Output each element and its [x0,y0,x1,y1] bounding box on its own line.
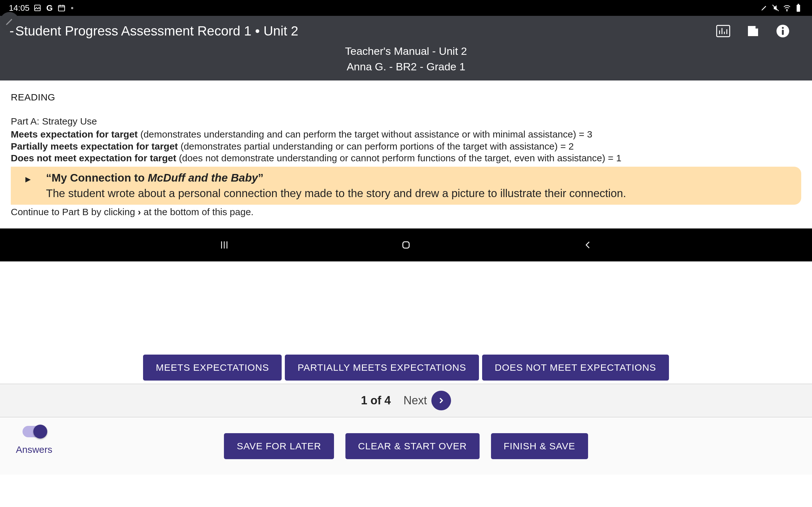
pen-status-icon [760,4,768,12]
continue-post: at the bottom of this page. [141,207,253,217]
rubric-partial: Partially meets expectation for target (… [11,140,801,153]
meets-expectations-button[interactable]: MEETS EXPECTATIONS [143,354,282,381]
page-count: 1 of 4 [361,394,391,407]
toggle-knob-icon [33,425,47,439]
status-dot: • [71,3,73,13]
prompt-text: “My Connection to McDuff and the Baby” T… [46,170,626,201]
partially-meets-expectations-button[interactable]: PARTIALLY MEETS EXPECTATIONS [285,354,478,381]
svg-rect-17 [403,242,409,248]
svg-line-2 [772,5,779,11]
prompt-lead: “My Connection to [46,171,148,184]
chevron-right-icon: › [138,207,141,217]
svg-rect-6 [716,25,729,37]
rubric-not: Does not meet expectation for target (do… [11,152,801,164]
svg-rect-1 [58,5,65,11]
chart-icon[interactable] [716,24,730,38]
does-not-meet-expectations-button[interactable]: DOES NOT MEET EXPECTATIONS [482,354,669,381]
status-time: 14:05 [9,3,30,13]
continue-line: Continue to Part B by clicking › at the … [11,206,801,218]
section-label: READING [11,91,801,103]
title-text: Student Progress Assessment Record 1 • U… [15,23,298,39]
next-page-button[interactable]: Next [403,391,451,410]
vibrate-mute-icon [771,4,780,12]
header-subtitle: Teacher's Manual - Unit 2 [0,42,812,57]
svg-point-12 [782,27,784,29]
system-nav-bar [0,228,812,262]
edit-pencil-overlay[interactable] [0,12,19,31]
rubric-meets-desc: (demonstrates understanding and can perf… [138,129,592,139]
back-button[interactable] [578,235,597,255]
prompt-italic: McDuff and the Baby [148,171,258,184]
google-icon: G [45,4,54,12]
svg-point-3 [786,10,787,11]
app-header: - Student Progress Assessment Record 1 •… [0,16,812,80]
expectation-button-row: MEETS EXPECTATIONS PARTIALLY MEETS EXPEC… [0,354,812,381]
wifi-icon [783,4,791,12]
header-student-line: Anna G. - BR2 - Grade 1 [0,57,812,80]
status-bar: 14:05 G • [0,0,812,16]
rubric-not-desc: (does not demonstrate understanding or c… [176,153,621,163]
expand-caret-icon[interactable]: ▶ [26,175,31,184]
rubric-meets-label: Meets expectation for target [11,129,138,139]
calendar-icon [57,4,66,12]
answers-label: Answers [16,444,52,455]
info-icon[interactable] [776,24,790,38]
finish-save-button[interactable]: FINISH & SAVE [491,433,588,459]
next-label: Next [403,394,427,407]
svg-rect-4 [797,5,800,12]
part-a-label: Part A: Strategy Use [11,115,801,127]
image-icon [33,4,42,12]
recent-apps-button[interactable] [215,235,234,255]
prompt-body: The student wrote about a personal conne… [46,187,626,199]
pager-bar: 1 of 4 Next [0,384,812,417]
svg-rect-13 [782,30,784,35]
svg-rect-5 [798,4,799,5]
page-corner-icon[interactable] [746,24,760,38]
rubric-partial-label: Partially meets expectation for target [11,141,178,152]
content-area: READING Part A: Strategy Use Meets expec… [0,80,812,228]
answers-toggle[interactable] [22,426,46,437]
rubric-meets: Meets expectation for target (demonstrat… [11,128,801,140]
save-row: Answers SAVE FOR LATER CLEAR & START OVE… [0,418,812,475]
rubric-partial-desc: (demonstrates partial understanding or c… [178,141,574,152]
chevron-right-circle-icon [432,391,451,410]
rubric-not-label: Does not meet expectation for target [11,153,176,163]
prompt-highlight[interactable]: ▶ “My Connection to McDuff and the Baby”… [11,167,801,205]
battery-icon [794,4,803,12]
page-title: - Student Progress Assessment Record 1 •… [9,23,298,39]
prompt-trail: ” [258,171,264,184]
continue-pre: Continue to Part B by clicking [11,207,138,217]
home-button[interactable] [397,235,415,255]
save-for-later-button[interactable]: SAVE FOR LATER [224,433,334,459]
answers-toggle-container: Answers [16,426,52,455]
clear-start-over-button[interactable]: CLEAR & START OVER [345,433,479,459]
